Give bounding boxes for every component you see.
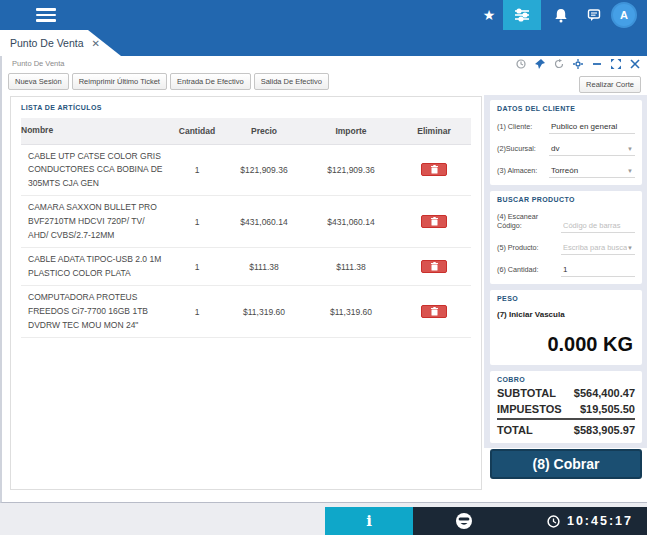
item-price: $11,319.60 <box>223 307 305 317</box>
info-icon: i <box>366 512 372 530</box>
item-qty: 1 <box>171 165 223 175</box>
item-name: COMPUTADORA PROTEUS FREEDOS Ci7-7700 16G… <box>21 286 171 337</box>
sliders-icon[interactable] <box>503 0 541 30</box>
sucursal-label: (2)Sucursal: <box>497 144 549 156</box>
gear-icon[interactable] <box>573 59 583 69</box>
table-header-row: Nombre Cantidad Precio Importe Eliminar <box>21 118 471 145</box>
codigo-label: (4) Escanear Código: <box>497 212 561 233</box>
peso-card: PESO (7) Iniciar Vascula 0.000 KG <box>490 290 642 365</box>
item-name: CABLE UTP CATSE COLOR GRIS CONDUCTORES C… <box>21 145 171 196</box>
item-price: $111.38 <box>223 262 305 272</box>
articles-card: LISTA DE ARTÍCULOS Nombre Cantidad Preci… <box>10 96 482 490</box>
sucursal-select[interactable]: dv ▼ <box>549 143 635 156</box>
item-price: $431,060.14 <box>223 217 305 227</box>
bell-icon[interactable] <box>548 0 574 30</box>
trash-icon <box>431 262 438 271</box>
delete-item-button[interactable] <box>421 163 447 176</box>
producto-label: (5) Producto: <box>497 243 561 255</box>
almacen-value: Torreón <box>549 166 627 177</box>
item-name: CABLE ADATA TIPOC-USB 2.0 1M PLASTICO CO… <box>21 248 171 285</box>
cobrar-button[interactable]: (8) Cobrar <box>490 449 642 479</box>
cantidad-label: (6) Cantidad: <box>497 265 561 277</box>
table-row[interactable]: COMPUTADORA PROTEUS FREEDOS Ci7-7700 16G… <box>21 286 471 338</box>
articles-table: Nombre Cantidad Precio Importe Eliminar … <box>21 118 471 338</box>
peso-value: 0.000 KG <box>497 333 633 356</box>
trash-icon <box>431 217 438 226</box>
delete-item-button[interactable] <box>421 305 447 318</box>
almacen-label: (3) Almacen: <box>497 166 549 178</box>
close-icon[interactable] <box>630 59 640 69</box>
cliente-label: (1) Cliente: <box>497 122 549 134</box>
user-face-icon[interactable] <box>455 512 473 530</box>
pin-icon[interactable] <box>535 59 545 69</box>
tab-bar: Punto De Venta ✕ <box>0 30 647 56</box>
cantidad-value: 1 <box>561 265 635 276</box>
articles-section-title: LISTA DE ARTÍCULOS <box>21 104 102 111</box>
chevron-down-icon[interactable]: ▼ <box>627 146 635 155</box>
impuestos-value: $19,505.50 <box>580 403 635 415</box>
chevron-down-icon[interactable]: ▼ <box>627 168 635 177</box>
impuestos-label: IMPUESTOS <box>497 403 562 415</box>
col-cantidad: Cantidad <box>171 120 223 142</box>
total-value: $583,905.97 <box>574 424 635 436</box>
subtotal-value: $564,400.47 <box>574 387 635 399</box>
refresh-icon[interactable] <box>554 59 564 69</box>
col-importe: Importe <box>305 120 397 142</box>
salida-efectivo-button[interactable]: Salida De Efectivo <box>254 73 329 90</box>
avatar[interactable]: A <box>611 2 637 28</box>
status-bar-dark: 10:45:17 <box>413 507 647 535</box>
item-qty: 1 <box>171 217 223 227</box>
table-row[interactable]: CABLE ADATA TIPOC-USB 2.0 1M PLASTICO CO… <box>21 248 471 286</box>
item-amount: $111.38 <box>305 262 397 272</box>
right-sidebar: DATOS DEL CLIENTE (1) Cliente: Publico e… <box>484 95 647 448</box>
cliente-field[interactable]: Publico en general <box>549 121 635 134</box>
table-row[interactable]: CAMARA SAXXON BULLET PRO BVF2710TM HDCVI… <box>21 196 471 248</box>
cobro-card: COBRO SUBTOTAL $564,400.47 IMPUESTOS $19… <box>490 371 642 443</box>
chevron-down-icon[interactable]: ▼ <box>627 245 635 254</box>
item-qty: 1 <box>171 307 223 317</box>
iniciar-vascula-link[interactable]: (7) Iniciar Vascula <box>497 310 635 319</box>
maximize-icon[interactable] <box>611 59 621 69</box>
nueva-sesion-button[interactable]: Nueva Sesión <box>8 73 69 90</box>
reimprimir-ticket-button[interactable]: Reimprimir Último Ticket <box>72 73 167 90</box>
status-bar: i 10:45:17 <box>0 507 647 535</box>
item-name: CAMARA SAXXON BULLET PRO BVF2710TM HDCVI… <box>21 196 171 247</box>
table-row[interactable]: CABLE UTP CATSE COLOR GRIS CONDUCTORES C… <box>21 145 471 197</box>
panel-tools <box>516 59 640 69</box>
trash-icon <box>431 165 438 174</box>
trash-icon <box>431 307 438 316</box>
tab-close-icon[interactable]: ✕ <box>92 38 100 49</box>
item-amount: $121,909.36 <box>305 165 397 175</box>
item-amount: $11,319.60 <box>305 307 397 317</box>
sucursal-value: dv <box>549 144 627 155</box>
history-icon[interactable] <box>516 59 526 69</box>
delete-item-button[interactable] <box>421 260 447 273</box>
tab-label: Punto De Venta <box>10 37 84 49</box>
delete-item-button[interactable] <box>421 215 447 228</box>
entrada-efectivo-button[interactable]: Entrada De Efectivo <box>170 73 251 90</box>
chat-icon[interactable] <box>581 0 607 30</box>
menu-icon[interactable] <box>36 8 56 22</box>
producto-input[interactable] <box>561 243 627 254</box>
almacen-select[interactable]: Torreón ▼ <box>549 165 635 178</box>
tab-punto-de-venta[interactable]: Punto De Venta ✕ <box>0 30 124 56</box>
breadcrumb: Punto De Venta <box>12 59 65 68</box>
search-section-title: BUSCAR PRODUCTO <box>497 196 635 203</box>
codigo-input[interactable] <box>561 221 635 232</box>
item-qty: 1 <box>171 262 223 272</box>
cliente-value: Publico en general <box>549 122 635 133</box>
realizar-corte-button[interactable]: Realizar Corte <box>579 76 641 93</box>
info-tab[interactable]: i <box>325 507 413 535</box>
cobro-section-title: COBRO <box>497 376 635 383</box>
clock-display: 10:45:17 <box>547 507 633 535</box>
collapse-icon[interactable] <box>592 59 602 69</box>
star-icon[interactable]: ★ <box>476 0 502 30</box>
action-toolbar: Nueva Sesión Reimprimir Último Ticket En… <box>8 73 329 90</box>
time-text: 10:45:17 <box>567 514 633 528</box>
customer-section-title: DATOS DEL CLIENTE <box>497 105 635 112</box>
cantidad-field[interactable]: 1 <box>561 264 635 277</box>
producto-select[interactable]: ▼ <box>561 242 635 255</box>
customer-card: DATOS DEL CLIENTE (1) Cliente: Publico e… <box>490 100 642 185</box>
subtotal-label: SUBTOTAL <box>497 387 556 399</box>
peso-section-title: PESO <box>497 295 635 302</box>
